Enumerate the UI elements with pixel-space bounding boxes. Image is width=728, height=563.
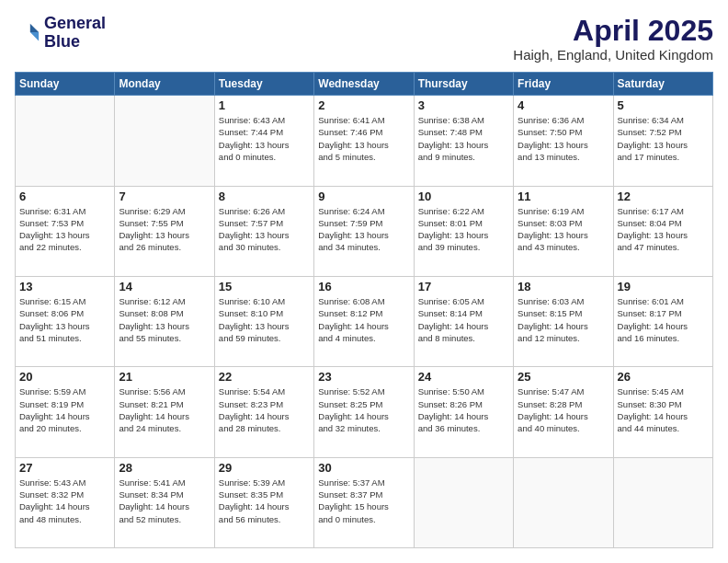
day-info: Sunrise: 6:03 AMSunset: 8:15 PMDaylight:… <box>518 295 609 344</box>
day-number: 3 <box>418 98 509 112</box>
day-number: 6 <box>19 190 110 203</box>
day-number: 30 <box>318 461 409 475</box>
calendar-cell: 13Sunrise: 6:15 AMSunset: 8:06 PMDayligh… <box>16 276 115 366</box>
day-number: 1 <box>219 98 310 112</box>
day-number: 7 <box>119 190 210 203</box>
page: General Blue April 2025 Haigh, England, … <box>0 0 728 563</box>
calendar-cell: 29Sunrise: 5:39 AMSunset: 8:35 PMDayligh… <box>214 457 313 547</box>
day-info: Sunrise: 6:36 AMSunset: 7:50 PMDaylight:… <box>518 114 609 163</box>
calendar-cell: 16Sunrise: 6:08 AMSunset: 8:12 PMDayligh… <box>314 276 414 366</box>
calendar-cell <box>16 96 115 186</box>
calendar-week-2: 6Sunrise: 6:31 AMSunset: 7:53 PMDaylight… <box>16 186 713 276</box>
header: General Blue April 2025 Haigh, England, … <box>15 15 713 63</box>
day-number: 8 <box>219 190 310 203</box>
day-info: Sunrise: 6:15 AMSunset: 8:06 PMDaylight:… <box>19 295 110 344</box>
logo-text: General Blue <box>44 15 106 52</box>
day-number: 14 <box>119 280 210 293</box>
calendar-cell: 25Sunrise: 5:47 AMSunset: 8:28 PMDayligh… <box>514 367 613 457</box>
day-number: 9 <box>318 190 409 203</box>
day-info: Sunrise: 6:38 AMSunset: 7:48 PMDaylight:… <box>418 114 509 163</box>
day-number: 19 <box>618 280 709 293</box>
calendar-cell: 22Sunrise: 5:54 AMSunset: 8:23 PMDayligh… <box>214 367 313 457</box>
day-number: 12 <box>618 190 709 203</box>
title-area: April 2025 Haigh, England, United Kingdo… <box>513 15 713 63</box>
calendar-cell: 10Sunrise: 6:22 AMSunset: 8:01 PMDayligh… <box>414 186 513 276</box>
weekday-header-sunday: Sunday <box>16 73 115 96</box>
day-number: 11 <box>518 190 609 203</box>
day-number: 17 <box>418 280 509 293</box>
location: Haigh, England, United Kingdom <box>513 47 713 63</box>
day-number: 27 <box>19 461 110 475</box>
day-info: Sunrise: 5:56 AMSunset: 8:21 PMDaylight:… <box>119 385 210 434</box>
day-number: 21 <box>119 370 210 384</box>
day-info: Sunrise: 6:12 AMSunset: 8:08 PMDaylight:… <box>119 295 210 344</box>
day-info: Sunrise: 6:24 AMSunset: 7:59 PMDaylight:… <box>318 205 409 254</box>
svg-marker-0 <box>30 24 39 32</box>
calendar-cell: 2Sunrise: 6:41 AMSunset: 7:46 PMDaylight… <box>314 96 414 186</box>
day-number: 15 <box>219 280 310 293</box>
calendar-cell <box>514 457 613 547</box>
day-info: Sunrise: 5:37 AMSunset: 8:37 PMDaylight:… <box>318 477 409 525</box>
logo: General Blue <box>15 15 106 52</box>
calendar-cell <box>414 457 513 547</box>
calendar-cell: 21Sunrise: 5:56 AMSunset: 8:21 PMDayligh… <box>115 367 214 457</box>
day-number: 2 <box>318 98 409 112</box>
day-info: Sunrise: 5:52 AMSunset: 8:25 PMDaylight:… <box>318 385 409 434</box>
day-info: Sunrise: 6:22 AMSunset: 8:01 PMDaylight:… <box>418 205 509 254</box>
day-info: Sunrise: 6:17 AMSunset: 8:04 PMDaylight:… <box>618 205 709 254</box>
calendar-cell: 15Sunrise: 6:10 AMSunset: 8:10 PMDayligh… <box>214 276 313 366</box>
calendar-cell: 26Sunrise: 5:45 AMSunset: 8:30 PMDayligh… <box>613 367 712 457</box>
day-number: 10 <box>418 190 509 203</box>
day-number: 5 <box>618 98 709 112</box>
calendar-cell: 11Sunrise: 6:19 AMSunset: 8:03 PMDayligh… <box>514 186 613 276</box>
calendar-cell <box>115 96 214 186</box>
calendar-week-1: 1Sunrise: 6:43 AMSunset: 7:44 PMDaylight… <box>16 96 713 186</box>
calendar-week-5: 27Sunrise: 5:43 AMSunset: 8:32 PMDayligh… <box>16 457 713 547</box>
day-info: Sunrise: 6:08 AMSunset: 8:12 PMDaylight:… <box>318 295 409 344</box>
calendar-cell: 9Sunrise: 6:24 AMSunset: 7:59 PMDaylight… <box>314 186 414 276</box>
svg-marker-1 <box>30 32 39 40</box>
weekday-header-monday: Monday <box>115 73 214 96</box>
weekday-header-tuesday: Tuesday <box>214 73 313 96</box>
calendar-cell: 19Sunrise: 6:01 AMSunset: 8:17 PMDayligh… <box>613 276 712 366</box>
day-info: Sunrise: 5:50 AMSunset: 8:26 PMDaylight:… <box>418 385 509 434</box>
day-number: 20 <box>19 370 110 384</box>
day-number: 23 <box>318 370 409 384</box>
weekday-header-friday: Friday <box>514 73 613 96</box>
calendar-cell: 6Sunrise: 6:31 AMSunset: 7:53 PMDaylight… <box>16 186 115 276</box>
calendar-table: SundayMondayTuesdayWednesdayThursdayFrid… <box>15 72 713 548</box>
calendar-cell: 14Sunrise: 6:12 AMSunset: 8:08 PMDayligh… <box>115 276 214 366</box>
logo-icon <box>15 20 40 46</box>
day-info: Sunrise: 5:43 AMSunset: 8:32 PMDaylight:… <box>19 477 110 525</box>
weekday-header-thursday: Thursday <box>414 73 513 96</box>
day-info: Sunrise: 6:43 AMSunset: 7:44 PMDaylight:… <box>219 114 310 163</box>
weekday-header-saturday: Saturday <box>613 73 712 96</box>
calendar-cell: 24Sunrise: 5:50 AMSunset: 8:26 PMDayligh… <box>414 367 513 457</box>
day-info: Sunrise: 5:59 AMSunset: 8:19 PMDaylight:… <box>19 385 110 434</box>
day-info: Sunrise: 6:19 AMSunset: 8:03 PMDaylight:… <box>518 205 609 254</box>
day-info: Sunrise: 5:41 AMSunset: 8:34 PMDaylight:… <box>119 477 210 525</box>
calendar-cell: 3Sunrise: 6:38 AMSunset: 7:48 PMDaylight… <box>414 96 513 186</box>
day-number: 16 <box>318 280 409 293</box>
calendar-cell: 8Sunrise: 6:26 AMSunset: 7:57 PMDaylight… <box>214 186 313 276</box>
calendar-cell: 28Sunrise: 5:41 AMSunset: 8:34 PMDayligh… <box>115 457 214 547</box>
day-number: 29 <box>219 461 310 475</box>
day-number: 18 <box>518 280 609 293</box>
calendar-cell: 1Sunrise: 6:43 AMSunset: 7:44 PMDaylight… <box>214 96 313 186</box>
month-title: April 2025 <box>513 15 713 47</box>
day-number: 13 <box>19 280 110 293</box>
day-info: Sunrise: 5:54 AMSunset: 8:23 PMDaylight:… <box>219 385 310 434</box>
calendar-cell: 18Sunrise: 6:03 AMSunset: 8:15 PMDayligh… <box>514 276 613 366</box>
day-number: 26 <box>618 370 709 384</box>
calendar-week-3: 13Sunrise: 6:15 AMSunset: 8:06 PMDayligh… <box>16 276 713 366</box>
calendar-week-4: 20Sunrise: 5:59 AMSunset: 8:19 PMDayligh… <box>16 367 713 457</box>
day-info: Sunrise: 6:10 AMSunset: 8:10 PMDaylight:… <box>219 295 310 344</box>
calendar-cell: 20Sunrise: 5:59 AMSunset: 8:19 PMDayligh… <box>16 367 115 457</box>
day-info: Sunrise: 6:41 AMSunset: 7:46 PMDaylight:… <box>318 114 409 163</box>
day-number: 28 <box>119 461 210 475</box>
day-number: 24 <box>418 370 509 384</box>
day-info: Sunrise: 6:31 AMSunset: 7:53 PMDaylight:… <box>19 205 110 254</box>
day-info: Sunrise: 6:01 AMSunset: 8:17 PMDaylight:… <box>618 295 709 344</box>
calendar-cell: 27Sunrise: 5:43 AMSunset: 8:32 PMDayligh… <box>16 457 115 547</box>
day-info: Sunrise: 5:39 AMSunset: 8:35 PMDaylight:… <box>219 477 310 525</box>
